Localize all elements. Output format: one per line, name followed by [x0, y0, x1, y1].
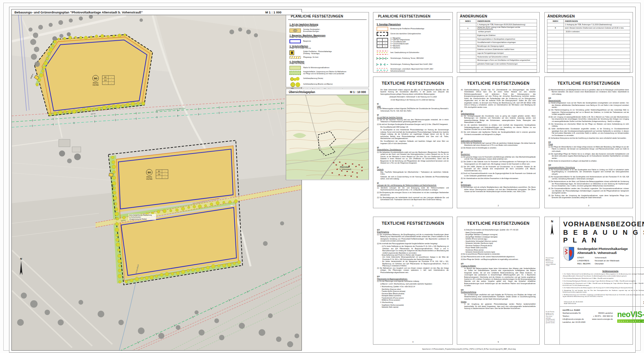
- table-row: sichtbar gemacht.: [460, 30, 537, 34]
- firm-phone-label: Telefon:: [562, 315, 570, 318]
- text-panel-title: TEXTLICHE FESTSETZUNGEN: [545, 81, 633, 86]
- paragraph: (2) Es wird ein Sonstiges Sondergebiet E…: [377, 124, 449, 126]
- subject-line-1: Sondergebiet Photovoltaikanlage: [577, 247, 628, 251]
- table-row: Heckenstruktur auf Schutzstreifen entfer…: [460, 55, 537, 59]
- baugrenze-symbol: [289, 39, 301, 43]
- geltung-symbol: [377, 32, 388, 36]
- paragraph: Im Bereich des Bebauungsplans liegen kei…: [461, 268, 536, 287]
- paragraph: (4) Die Kompensationsflächen werden dem …: [548, 188, 629, 194]
- svg-text:VOLTAIK: VOLTAIK: [93, 84, 99, 86]
- page-number: 4: [373, 341, 452, 343]
- legend-item: Baugrenze: [289, 39, 365, 43]
- text-panel-title: TEXTLICHE FESTSETZUNGEN: [373, 221, 452, 226]
- svg-text:N: N: [551, 220, 553, 223]
- text-festsetzungen-2: TEXTLICHE FESTSETZUNGEN(4) Gashochdruckl…: [457, 77, 540, 208]
- map-title: Bebauungs- und Grünordnungsplan "Photovo…: [14, 10, 143, 14]
- legend-item-label: Grenze des räumlichen Geltungsbereiches: [390, 33, 421, 35]
- paragraph: (2) Es ist autochthones Pflanzenmaterial…: [461, 253, 536, 255]
- map-titlebar: Bebauungs- und Grünordnungsplan "Photovo…: [12, 9, 302, 15]
- paragraph: (5) Vor Inbetriebnahme sind die örtliche…: [461, 178, 536, 180]
- planunterlagen-note: Planunterlagen: Amtliche Flurkarten des …: [546, 257, 556, 267]
- page-number: 2: [457, 205, 539, 207]
- svg-text:SO: SO: [148, 171, 151, 174]
- map-scale: M 1 : 1 000: [265, 10, 281, 14]
- uebersicht-title: Übersichtslageplan: [289, 90, 315, 94]
- strom380-symbol: [377, 56, 388, 61]
- paragraph: (1) Sämtliche Leitungen der Ver- und Ent…: [377, 187, 449, 191]
- vermerk-item: 2. Die frühzeitige Beteiligung der Öffen…: [562, 278, 644, 279]
- firm-name: neoVIS-s.e. GmbH: [562, 309, 613, 312]
- section-heading: Einfriedungen:: [461, 184, 536, 186]
- fence-symbol: [377, 27, 388, 31]
- legend-planliche-1: PLANLICHE FESTSETZUNGEN 1. Art der bauli…: [286, 12, 369, 87]
- table-row: Ergänzung der Zufahrten: [460, 34, 537, 37]
- legend-section-paragraph-ref: (§ 9 Abs. 1 Nr. 15 BauGB): [289, 63, 365, 64]
- paragraph: Der Vorhabenträger verpflichtet sich nac…: [461, 294, 536, 300]
- section-heading: Abstandsflächen, Grenzbebauung: [377, 149, 449, 151]
- gas-symbol: [377, 50, 388, 55]
- village-label-2: b. Vohenstrauß: [340, 168, 351, 170]
- section-heading: Rückbauverpflichtung: [461, 291, 536, 293]
- paragraph: (4) Eine Pflege der Gehölz- und Begrünun…: [461, 259, 536, 261]
- svg-text:PHOTO: PHOTO: [93, 82, 99, 84]
- paragraph: Die Grundfläche(n) der möglichen Gebäude…: [377, 140, 449, 145]
- legend1-body: 1. Art der baulichen Nutzung(§ 9 Abs. 1 …: [286, 20, 369, 95]
- section-heading: Leitungen der Ver- und Entsorgung, der T…: [377, 184, 449, 186]
- site-plan-panel: Bebauungs- und Grünordnungsplan "Photovo…: [11, 9, 302, 351]
- svg-text:keine bewachsende Bepflanzung: keine bewachsende Bepflanzung: [129, 214, 152, 216]
- legend-item: Zufahrt Freiflächen - Photovoltaikanlage…: [289, 50, 365, 55]
- legend-item-label: Sonstige Sondergebiet - Erneuerbare Ener…: [303, 29, 320, 33]
- table-row: [547, 37, 630, 41]
- legend-section-paragraph-ref: (§ 9 Abs. 1 Nr. 2 BauGB - §§ 22 bis 23 B…: [289, 37, 365, 38]
- section-heading: Pflege: [548, 143, 629, 145]
- paragraph: (1) Der Versiegelungsgrad des Grundstück…: [461, 115, 536, 124]
- paragraph: (1) Einfriedungen sind als einfache Meta…: [461, 186, 536, 193]
- legend-section-heading: 4. Grünflächen: [289, 60, 365, 63]
- text-panel-body: (4) Gashochdruckleitung: Gemäß Kap. 8.2 …: [457, 89, 539, 193]
- zufahrt-symbol: [289, 50, 294, 55]
- legend-item: Sonstige Sondergebiet - Erneuerbare Ener…: [289, 29, 365, 33]
- table-row: [547, 41, 630, 44]
- table-row: Grundflächenzahl in Nutzungsschablone ei…: [460, 41, 537, 44]
- paragraph: Salweide (Salix caprea): [377, 306, 449, 308]
- paragraph: (3) Die Maßnahmen zum Ausgleich und zum …: [377, 267, 449, 274]
- legend-item-label: Pflegewege, 3m breit: [303, 56, 318, 58]
- table-row: geforderte Änderungen in den textlichen …: [460, 62, 537, 66]
- table-row: [547, 69, 630, 73]
- text-festsetzungen-1: TEXTLICHE FESTSETZUNGENDie Stadt Vohenst…: [373, 77, 453, 208]
- aenderungen2-title: ÄNDERUNGEN: [545, 12, 633, 19]
- paragraph: (2) Die Einspeisung des erzeugten Stroms…: [377, 192, 449, 196]
- legend-section-heading: 2. Bauweise, Baulinien, Baugrenzen: [289, 34, 365, 37]
- table-row: [547, 34, 630, 37]
- paragraph: (3) Ein evtl. Umgang mit wassergefährden…: [548, 116, 629, 123]
- table-row: [547, 48, 630, 51]
- verfahrensvermerke: Verfahrensvermerke 1. Der Stadtrat Vohen…: [560, 268, 644, 300]
- aenderungen1-title: ÄNDERUNGEN: [457, 12, 539, 19]
- legend-item: Grenze des räumlichen Geltungsbereiches: [377, 32, 449, 36]
- legend-item-label: Einzäunung der Freiflächen-Photovoltaika…: [390, 28, 424, 30]
- vermerk-item: 3. Die frühzeitige Beteiligung der Behör…: [562, 280, 644, 282]
- paragraph: (2) Die Module sind mit Antireflexglas z…: [461, 147, 536, 149]
- firm-city: 84034 Landshut: [598, 312, 613, 315]
- table-row: Bemaßungen der Zuwegung ergänzt: [460, 44, 537, 48]
- legend-item-label: Stromleitungen, Freileitung, Bayernwerk …: [390, 63, 432, 65]
- vermerk-item: 5. Der Stadtrat Vohenstrauß hat den Beba…: [562, 287, 644, 289]
- section-heading: Gebäude: [377, 169, 449, 171]
- firm-web: www.neovis-energie.de: [592, 318, 613, 321]
- legend2-heading: 5. Sonstige Planzeichen: [377, 23, 449, 26]
- table-row: [547, 58, 630, 62]
- paragraph: Max. Traufhöhe Nebengebäude bei (Wechsel…: [377, 171, 449, 176]
- svg-text:0,8: 0,8: [104, 80, 107, 81]
- strom20-symbol: [377, 62, 388, 67]
- paragraph: „Solarpark Altenstadt b. Vohenstrauß“ in…: [377, 96, 449, 98]
- paragraph: (6) Vorhandene Dränsysteme sind bei der …: [548, 137, 629, 139]
- paragraph: (2) Die Zufahrt in das Gelände muss für …: [461, 161, 536, 165]
- paragraph: (3) Die nicht bebauten oder bepflanzten …: [461, 131, 536, 136]
- legend-item-label: Baugrenze: [303, 40, 311, 42]
- paragraph: Im Sondergebiet ist eine freistehende Ph…: [377, 129, 449, 140]
- aenderungen1-col1: INDEX: [460, 19, 476, 23]
- paragraph: (2) Als Kompensationsflächen für das Son…: [548, 176, 629, 180]
- table-row: [547, 62, 630, 66]
- table-row: Lage der Ferngasleitungen korrigiert: [460, 51, 537, 55]
- annotation-schutzstreifen: keine bewachsende Bepflanzung im Schutzs…: [128, 214, 156, 220]
